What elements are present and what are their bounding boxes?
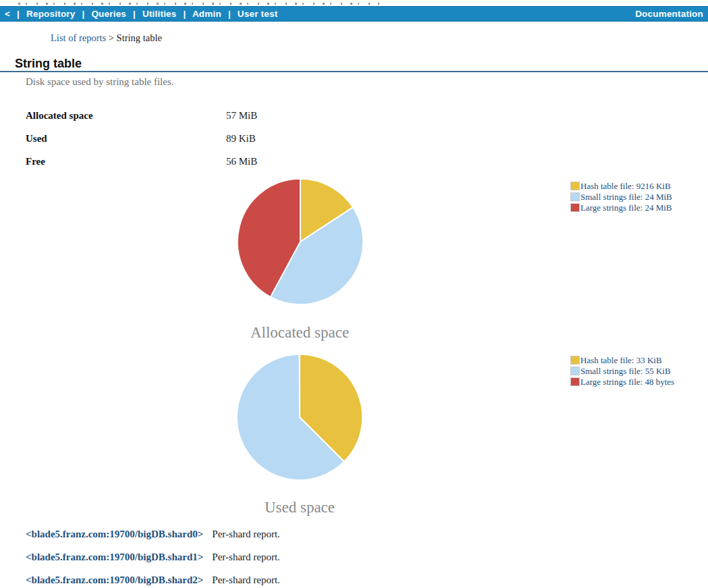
shard-link[interactable]: <blade5.franz.com:19700/bigDB.shard1> xyxy=(26,552,203,562)
legend-swatch xyxy=(570,367,580,375)
summary-row-used: Used89 KiB xyxy=(26,133,256,144)
pie-chart-0 xyxy=(235,176,366,307)
shard-link[interactable]: <blade5.franz.com:19700/bigDB.shard2> xyxy=(26,574,203,585)
legend-row: Hash table file: 9216 KiB xyxy=(570,181,672,192)
nav-item-admin[interactable]: Admin xyxy=(192,9,221,19)
pie-legend-0: Hash table file: 9216 KiBSmall strings f… xyxy=(570,181,672,213)
title-divider xyxy=(0,71,708,72)
breadcrumb-link-list-of-reports[interactable]: List of reports xyxy=(51,32,106,43)
summary-label: Allocated space xyxy=(26,110,226,122)
cropped-browser-text-fragment xyxy=(0,0,708,6)
shard-note: Per-shard report. xyxy=(212,574,280,585)
summary-value: 56 MiB xyxy=(226,156,257,167)
legend-swatch xyxy=(570,356,580,365)
pie-legend-1: Hash table file: 33 KiBSmall strings fil… xyxy=(570,355,674,387)
nav-item-queries[interactable]: Queries xyxy=(91,9,126,19)
legend-label: Large strings file: 24 MiB xyxy=(580,203,672,213)
shard-row: <blade5.franz.com:19700/bigDB.shard0>Per… xyxy=(26,529,280,540)
nav-documentation-link[interactable]: Documentation xyxy=(635,9,703,19)
breadcrumb-separator: > xyxy=(109,32,114,43)
breadcrumb: List of reports > String table xyxy=(51,32,162,44)
legend-row: Hash table file: 33 KiB xyxy=(570,355,674,366)
nav-back-link[interactable]: < xyxy=(5,9,10,19)
legend-swatch xyxy=(570,182,580,190)
nav-separator: | xyxy=(133,9,136,19)
summary-row-free: Free56 MiB xyxy=(26,156,257,167)
string-table-report-page: < | Repository | Queries | Utilities | A… xyxy=(0,0,708,588)
legend-row: Small strings file: 55 KiB xyxy=(570,366,674,377)
legend-label: Hash table file: 9216 KiB xyxy=(580,181,671,191)
legend-swatch xyxy=(570,192,580,201)
page-description: Disk space used by string table files. xyxy=(26,76,174,88)
nav-left-group: < | Repository | Queries | Utilities | A… xyxy=(5,9,277,19)
shard-row: <blade5.franz.com:19700/bigDB.shard1>Per… xyxy=(26,552,280,563)
chart-caption-used: Used space xyxy=(178,499,421,516)
legend-label: Large strings file: 48 bytes xyxy=(580,377,674,387)
nav-item-user-test[interactable]: User test xyxy=(238,9,278,19)
summary-value: 57 MiB xyxy=(226,110,257,121)
legend-swatch xyxy=(570,203,580,212)
nav-separator: | xyxy=(17,9,20,19)
pie-chart-1 xyxy=(234,352,365,483)
summary-label: Used xyxy=(26,133,226,144)
legend-swatch xyxy=(570,377,580,386)
legend-row: Small strings file: 24 MiB xyxy=(570,192,672,203)
nav-separator: | xyxy=(228,9,231,19)
legend-label: Hash table file: 33 KiB xyxy=(580,355,662,365)
shard-link[interactable]: <blade5.franz.com:19700/bigDB.shard0> xyxy=(26,529,203,539)
shard-note: Per-shard report. xyxy=(212,552,280,562)
chart-caption-allocated: Allocated space xyxy=(178,324,421,342)
top-nav: < | Repository | Queries | Utilities | A… xyxy=(0,6,708,22)
shard-note: Per-shard report. xyxy=(212,529,280,539)
legend-label: Small strings file: 55 KiB xyxy=(580,366,671,376)
shard-row: <blade5.franz.com:19700/bigDB.shard2>Per… xyxy=(26,574,280,586)
legend-row: Large strings file: 48 bytes xyxy=(570,377,674,387)
summary-row-allocated: Allocated space57 MiB xyxy=(26,110,257,122)
breadcrumb-current: String table xyxy=(117,32,162,43)
summary-value: 89 KiB xyxy=(226,133,256,144)
nav-item-repository[interactable]: Repository xyxy=(26,9,76,19)
nav-separator: | xyxy=(82,9,84,19)
legend-row: Large strings file: 24 MiB xyxy=(570,203,672,213)
nav-item-utilities[interactable]: Utilities xyxy=(142,9,177,19)
summary-label: Free xyxy=(26,156,226,167)
legend-label: Small strings file: 24 MiB xyxy=(580,192,672,202)
page-title: String table xyxy=(15,57,82,71)
nav-separator: | xyxy=(183,9,186,19)
